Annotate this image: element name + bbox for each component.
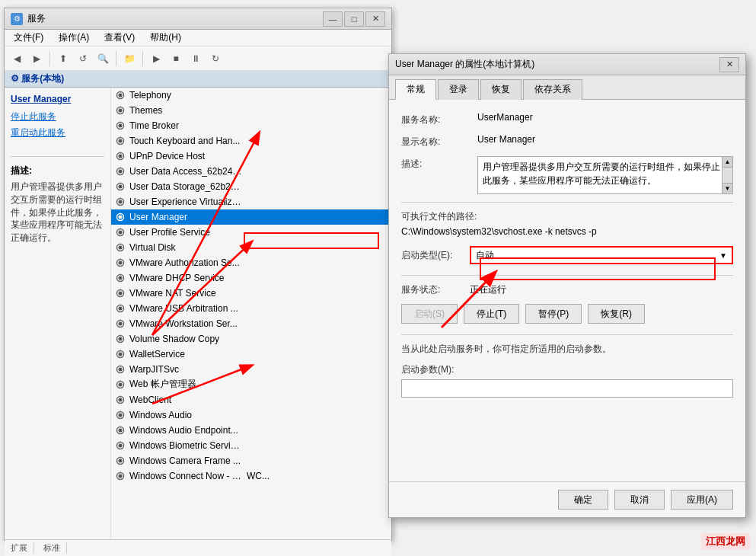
service-item[interactable]: Time Broker: [111, 118, 391, 133]
menu-file[interactable]: 文件(F): [8, 30, 49, 46]
service-gear-icon: [114, 394, 126, 406]
service-gear-icon: [114, 257, 126, 269]
desc-scroll-down[interactable]: ▼: [723, 183, 732, 193]
svg-point-8: [119, 154, 123, 158]
close-button[interactable]: ✕: [365, 11, 385, 27]
service-item[interactable]: VMware Workstation Ser...: [111, 316, 391, 331]
resume-button[interactable]: 恢复(R): [588, 304, 645, 324]
status-tab-expand[interactable]: 扩展: [11, 542, 34, 554]
desc-scroll-up[interactable]: ▲: [723, 157, 732, 168]
tb-stop[interactable]: ■: [167, 50, 185, 68]
startup-type-dropdown[interactable]: 自动 ▼: [470, 246, 733, 264]
service-gear-icon: [114, 211, 126, 223]
service-item[interactable]: Windows Audio Endpoint...: [111, 423, 391, 438]
service-item-name: User Experience Virtualiza...: [129, 197, 242, 207]
desc-title: 描述:: [11, 165, 104, 177]
service-status-label: 服务状态:: [401, 283, 470, 296]
service-gear-icon: [114, 318, 126, 330]
svg-point-16: [119, 215, 123, 219]
tb-back[interactable]: ◀: [8, 50, 26, 68]
tb-restart[interactable]: ↻: [206, 50, 225, 68]
tab-general[interactable]: 常规: [395, 79, 436, 100]
start-button[interactable]: 启动(S): [401, 304, 458, 324]
tab-login[interactable]: 登录: [438, 79, 479, 100]
tab-recovery[interactable]: 恢复: [480, 79, 522, 100]
service-item[interactable]: VMware Authorization Se...: [111, 255, 391, 270]
service-item[interactable]: VMware DHCP Service: [111, 270, 391, 286]
service-gear-icon: [114, 165, 126, 177]
tb-play[interactable]: ▶: [147, 50, 165, 68]
service-item-name: WarpJITSvc: [129, 364, 242, 375]
props-title-controls: ✕: [719, 57, 739, 72]
cancel-button[interactable]: 取消: [614, 490, 665, 510]
service-gear-icon: [114, 135, 126, 147]
menu-view[interactable]: 查看(V): [98, 30, 141, 46]
props-footer: 确定 取消 应用(A): [389, 481, 745, 517]
service-gear-icon: [114, 120, 126, 132]
service-item[interactable]: Windows Audio: [111, 407, 391, 423]
service-item[interactable]: Themes: [111, 103, 391, 118]
service-item[interactable]: User Experience Virtualiza...: [111, 194, 391, 209]
svg-point-2: [119, 108, 123, 112]
tb-folder[interactable]: 📁: [120, 50, 139, 68]
service-item[interactable]: User Profile Service: [111, 225, 391, 240]
service-item[interactable]: WebClient: [111, 392, 391, 407]
service-item[interactable]: WalletService: [111, 347, 391, 362]
service-item-name: User Profile Service: [129, 227, 242, 238]
tb-pause[interactable]: ⏸: [187, 50, 205, 68]
svg-point-36: [119, 367, 123, 371]
service-item-name: VMware Authorization Se...: [129, 257, 242, 268]
tb-search[interactable]: 🔍: [94, 50, 112, 68]
service-item[interactable]: Touch Keyboard and Han...: [111, 133, 391, 149]
tab-dependencies[interactable]: 依存关系: [523, 79, 582, 100]
minimize-button[interactable]: —: [323, 11, 343, 27]
props-close-button[interactable]: ✕: [719, 57, 739, 72]
tb-up[interactable]: ⬆: [54, 50, 72, 68]
props-service-name-row: 服务名称: UserManager: [401, 112, 733, 126]
service-item[interactable]: VMware NAT Service: [111, 286, 391, 301]
props-tabs: 常规 登录 恢复 依存关系: [389, 75, 745, 100]
service-item[interactable]: User Data Access_62b24f...: [111, 164, 391, 179]
service-item[interactable]: Web 帐户管理器: [111, 377, 391, 392]
service-item[interactable]: VMware USB Arbitration ...: [111, 301, 391, 316]
ok-button[interactable]: 确定: [558, 490, 608, 510]
apply-button[interactable]: 应用(A): [671, 490, 733, 510]
service-item[interactable]: Volume Shadow Copy: [111, 331, 391, 347]
stop-button[interactable]: 停止(T): [464, 304, 519, 324]
service-control-buttons: 启动(S) 停止(T) 暂停(P) 恢复(R): [401, 304, 733, 324]
display-name-value: User Manager: [477, 134, 733, 145]
service-item[interactable]: Virtual Disk: [111, 240, 391, 255]
service-gear-icon: [114, 439, 126, 452]
pause-button[interactable]: 暂停(P): [525, 304, 582, 324]
menu-action[interactable]: 操作(A): [53, 30, 95, 46]
service-item[interactable]: User Manager: [111, 209, 391, 225]
desc-text: 用户管理器提供多用户交互所需要的运行时组件，如果停止此服务，某些应用程序可能无法…: [11, 181, 104, 244]
service-list: TelephonyThemesTime BrokerTouch Keyboard…: [111, 88, 391, 539]
service-gear-icon: [114, 181, 126, 193]
service-item-name: VMware DHCP Service: [129, 273, 242, 283]
tb-forward[interactable]: ▶: [27, 50, 46, 68]
service-item[interactable]: WarpJITSvc: [111, 362, 391, 377]
service-name-link[interactable]: User Manager: [11, 94, 104, 104]
service-item[interactable]: UPnP Device Host: [111, 149, 391, 164]
status-tab-standard[interactable]: 标准: [43, 542, 67, 554]
svg-point-24: [119, 276, 123, 280]
service-item-name: WebClient: [129, 395, 242, 405]
service-gear-icon: [114, 241, 126, 254]
service-item[interactable]: Windows Biometric Servic...: [111, 438, 391, 453]
tb-refresh[interactable]: ↺: [74, 50, 92, 68]
stop-service-link[interactable]: 停止此服务: [11, 110, 104, 123]
watermark: 江西龙网: [701, 533, 750, 550]
menu-help[interactable]: 帮助(H): [144, 30, 187, 46]
props-desc-value: 用户管理器提供多用户交互所需要的运行时组件，如果停止此服务，某些应用程序可能无法…: [477, 156, 733, 194]
service-item[interactable]: User Data Storage_62b24...: [111, 179, 391, 194]
service-item[interactable]: Telephony: [111, 88, 391, 103]
service-item[interactable]: Windows Camera Frame ...: [111, 453, 391, 468]
service-item[interactable]: Windows Connect Now - Config RegistrarWC…: [111, 468, 391, 484]
maximize-button[interactable]: □: [344, 11, 364, 27]
service-gear-icon: [114, 226, 126, 238]
start-param-label: 启动参数(M):: [401, 363, 733, 376]
start-param-input[interactable]: [401, 379, 733, 398]
restart-service-link[interactable]: 重启动此服务: [11, 126, 104, 139]
status-bar: 扩展 标准: [5, 539, 391, 556]
